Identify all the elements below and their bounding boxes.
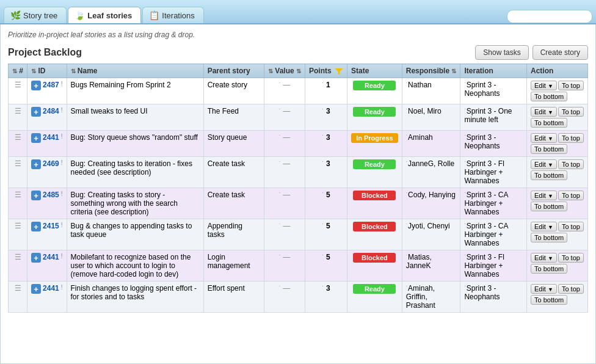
- edit-button[interactable]: Edit ▼: [531, 253, 557, 263]
- expand-button[interactable]: +: [31, 284, 41, 294]
- expand-button[interactable]: +: [31, 81, 41, 90]
- expand-button[interactable]: +: [31, 107, 41, 117]
- sort-id-icon[interactable]: ⇅: [31, 68, 36, 75]
- resp-note: ˙: [406, 108, 408, 115]
- sort-hash-icon[interactable]: ⇅: [12, 68, 17, 75]
- resp-note: ˙: [406, 82, 408, 89]
- cell-id: + 2487!: [27, 78, 67, 104]
- table-row: ☰ + 2441! Mobilefant to recognize based …: [9, 250, 588, 282]
- filter-icon[interactable]: [335, 68, 343, 75]
- iter-note: ˙: [464, 254, 466, 261]
- col-header-state: State: [347, 64, 402, 78]
- iter-note: ˙: [464, 82, 466, 89]
- cell-id: + 2415!: [27, 219, 67, 250]
- points-value: 5: [326, 191, 330, 199]
- story-id-link[interactable]: 2441: [43, 253, 59, 261]
- expand-button[interactable]: +: [31, 222, 41, 231]
- iter-note: ˙: [464, 134, 466, 141]
- toolbar: Project Backlog Show tasks Create story: [8, 45, 588, 60]
- tab-iterations[interactable]: 📋 Iterations: [142, 7, 203, 23]
- cell-id: + 2441!: [27, 282, 67, 313]
- to-bottom-button[interactable]: To bottom: [531, 233, 567, 242]
- to-bottom-button[interactable]: To bottom: [531, 144, 567, 154]
- action-group: Edit ▼ To top To bottom: [531, 81, 584, 101]
- edit-button[interactable]: Edit ▼: [531, 107, 557, 117]
- edit-button[interactable]: Edit ▼: [531, 133, 557, 143]
- to-bottom-button[interactable]: To bottom: [531, 202, 567, 211]
- resp-note: ˙: [406, 285, 408, 292]
- to-top-button[interactable]: To top: [558, 81, 584, 90]
- value-note: ˙: [279, 161, 281, 167]
- sort-resp-icon[interactable]: ⇅: [451, 68, 456, 75]
- iter-note: ˙: [464, 192, 466, 198]
- story-id-link[interactable]: 2484: [43, 107, 59, 115]
- sort-value-icon[interactable]: ⇅: [268, 68, 273, 75]
- to-bottom-button[interactable]: To bottom: [531, 295, 567, 305]
- sort-value2-icon[interactable]: ⇅: [296, 68, 301, 75]
- cell-parent: Create task: [203, 188, 264, 219]
- cell-responsible: ˙Nathan: [402, 78, 460, 104]
- edit-arrow: ▼: [548, 255, 553, 261]
- points-value: 5: [326, 222, 330, 230]
- expand-button[interactable]: +: [31, 159, 41, 169]
- tab-story-tree[interactable]: 🌿 Story tree: [4, 7, 67, 23]
- to-bottom-button[interactable]: To bottom: [531, 118, 567, 128]
- cell-drag: ☰: [9, 282, 27, 313]
- tab-leaf-stories[interactable]: 🍃 Leaf stories: [68, 7, 141, 23]
- story-id-link[interactable]: 2487: [43, 81, 59, 89]
- subtitle: Prioritize in-project leaf stories as a …: [8, 31, 588, 39]
- note-marker: !: [61, 253, 63, 260]
- edit-arrow: ▼: [548, 83, 553, 89]
- state-badge: Ready: [353, 81, 396, 90]
- edit-button[interactable]: Edit ▼: [531, 81, 557, 90]
- action-row-1: Edit ▼ To top: [531, 284, 584, 294]
- edit-button[interactable]: Edit ▼: [531, 284, 557, 294]
- to-bottom-button[interactable]: To bottom: [531, 170, 567, 180]
- edit-button[interactable]: Edit ▼: [531, 191, 557, 200]
- action-row-2: To bottom: [531, 170, 567, 180]
- value-note: ˙: [279, 108, 281, 115]
- cell-action: Edit ▼ To top To bottom: [526, 282, 587, 313]
- cell-value: ˙ —: [264, 250, 305, 282]
- cell-action: Edit ▼ To top To bottom: [526, 104, 587, 131]
- story-id-link[interactable]: 2485: [43, 191, 59, 199]
- story-id-link[interactable]: 2441: [43, 284, 59, 293]
- to-top-button[interactable]: To top: [558, 159, 584, 169]
- expand-button[interactable]: +: [31, 191, 41, 200]
- edit-button[interactable]: Edit ▼: [531, 222, 557, 231]
- action-row-1: Edit ▼ To top: [531, 107, 584, 117]
- to-bottom-button[interactable]: To bottom: [531, 92, 567, 101]
- value-dash: —: [283, 222, 290, 230]
- edit-button[interactable]: Edit ▼: [531, 159, 557, 169]
- search-input[interactable]: [507, 10, 592, 23]
- to-top-button[interactable]: To top: [558, 191, 584, 200]
- expand-button[interactable]: +: [31, 253, 41, 263]
- col-header-name: ⇅ Name: [67, 64, 203, 78]
- story-id-link[interactable]: 2441: [43, 133, 59, 142]
- cell-name: Bug: Story queue shows "random" stuff: [67, 131, 203, 157]
- cell-state: Ready: [347, 157, 402, 188]
- value-dash: —: [283, 284, 290, 293]
- create-story-button[interactable]: Create story: [532, 45, 588, 60]
- to-top-button[interactable]: To top: [558, 222, 584, 231]
- cell-responsible: ˙Matias, JanneK: [402, 250, 460, 282]
- sort-name-icon[interactable]: ⇅: [71, 68, 76, 75]
- story-id-link[interactable]: 2469: [43, 159, 59, 168]
- cell-responsible: ˙JanneG, Rolle: [402, 157, 460, 188]
- points-note: ˙: [322, 223, 324, 230]
- cell-iteration: ˙Sprint 3 - Fl Harbinger + Wannabes: [460, 157, 527, 188]
- expand-button[interactable]: +: [31, 133, 41, 143]
- action-row-2: To bottom: [531, 118, 567, 128]
- state-badge: Ready: [353, 284, 396, 294]
- show-tasks-button[interactable]: Show tasks: [475, 45, 528, 60]
- points-value: 5: [326, 253, 330, 261]
- to-bottom-button[interactable]: To bottom: [531, 264, 567, 274]
- to-top-button[interactable]: To top: [558, 253, 584, 263]
- resp-note: ˙: [406, 192, 408, 198]
- to-top-button[interactable]: To top: [558, 107, 584, 117]
- to-top-button[interactable]: To top: [558, 284, 584, 294]
- cell-iteration: ˙Sprint 3 - One minute left: [460, 104, 527, 131]
- col-header-id: ⇅ ID: [27, 64, 67, 78]
- story-id-link[interactable]: 2415: [43, 222, 59, 230]
- to-top-button[interactable]: To top: [558, 133, 584, 143]
